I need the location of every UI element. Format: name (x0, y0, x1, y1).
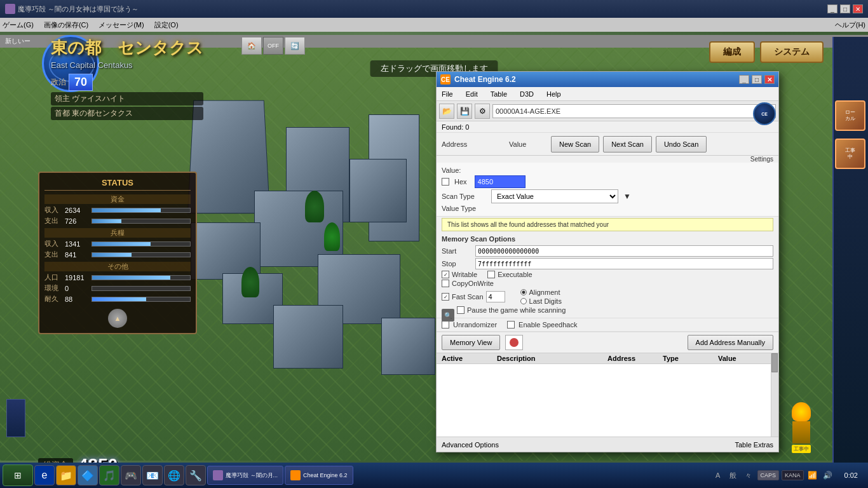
memory-view-button[interactable]: Memory View (442, 335, 500, 350)
game-menu-settings[interactable]: 設定(O) (154, 20, 179, 30)
tb-icon-7[interactable]: 🌐 (164, 465, 184, 485)
ce-hex-checkbox[interactable] (442, 178, 449, 186)
ce-scrollbar[interactable] (771, 353, 778, 437)
ce-fast-scan-checkbox[interactable] (442, 293, 449, 301)
next-scan-button[interactable]: Next Scan (603, 136, 652, 152)
ce-footer: Advanced Options Table Extras (437, 437, 778, 452)
game-close-btn[interactable]: ✕ (853, 4, 863, 13)
ce-minimize-btn[interactable]: _ (739, 75, 749, 84)
ce-table-extras[interactable]: Table Extras (735, 441, 773, 449)
ce-fast-scan-input[interactable] (486, 291, 505, 302)
ce-scan-options: Memory Scan Options Start Stop Writable … (437, 233, 778, 318)
ce-stop-button[interactable] (505, 335, 523, 350)
status-panel: STATUS 資金 収入 2634 支出 726 兵糧 収入 1341 (38, 172, 197, 334)
ce-table-body (437, 364, 778, 415)
durability-row: 耐久 88 (44, 294, 191, 304)
fund-expense-bar (92, 219, 121, 223)
ce-writable-checkbox[interactable] (442, 271, 449, 278)
ce-menu-d3d[interactable]: D3D (517, 89, 536, 99)
game-menu-message[interactable]: メッセージ(M) (98, 20, 144, 30)
local-ation-btn[interactable]: ローカル (835, 100, 865, 131)
system-button[interactable]: システム (760, 41, 824, 63)
game-menu-help[interactable]: ヘルプ(H) (835, 20, 865, 30)
ce-last-digits-radio[interactable] (520, 298, 527, 304)
politics-value: 70 (69, 74, 93, 91)
ce-alignment-radio[interactable] (520, 289, 527, 295)
ce-scan-type-row: Scan Type Exact Value ▼ (442, 189, 773, 203)
city-title-area: 🏠 OFF 🔄 (241, 37, 305, 55)
ce-speedhack-checkbox[interactable] (507, 321, 515, 329)
ce-table-area: Active Description Address Type Value (437, 353, 778, 437)
ce-unrandomizer-group: Unrandomizer (442, 321, 497, 329)
game-maximize-btn[interactable]: □ (840, 4, 850, 13)
city-main-title: 東の都 センタクス (51, 37, 203, 59)
new-scan-button[interactable]: New Scan (551, 136, 599, 152)
ce-menu-file[interactable]: File (439, 89, 456, 99)
ce-open-btn[interactable]: 📂 (439, 104, 454, 119)
ce-maximize-btn[interactable]: □ (752, 75, 762, 84)
durability-bar-bg (92, 297, 191, 302)
tb-icon-4[interactable]: 🎵 (99, 465, 119, 485)
ce-start-input[interactable] (475, 245, 773, 257)
game-menu-game[interactable]: ゲーム(G) (3, 20, 34, 30)
scroll-up-btn[interactable]: ▲ (108, 309, 127, 328)
undo-scan-button[interactable]: Undo Scan (656, 136, 707, 152)
mil-expense-bar (92, 253, 132, 257)
ce-executable-label: Executable (498, 271, 532, 278)
tb-icon-6[interactable]: 📧 (142, 465, 163, 485)
game-minimize-btn[interactable]: _ (827, 4, 837, 13)
add-address-button[interactable]: Add Address Manually (688, 335, 773, 350)
tb-icon-5[interactable]: 🎮 (121, 465, 141, 485)
ce-copy-on-write-row: CopyOnWrite (442, 280, 773, 287)
ce-cow-check-group: CopyOnWrite (442, 280, 494, 287)
ce-stop-row: Stop (442, 258, 773, 269)
nav-icon-3[interactable]: 🔄 (285, 37, 305, 55)
ce-cow-checkbox[interactable] (442, 280, 449, 287)
ce-executable-checkbox[interactable] (487, 271, 495, 278)
ce-title-text: Cheat Engine 6.2 (454, 75, 516, 84)
ce-menu-help[interactable]: Help (544, 89, 564, 99)
ce-extras-row: Unrandomizer Enable Speedhack (437, 318, 778, 332)
ce-pause-label: Pause the game while scanning (467, 306, 566, 314)
body (792, 421, 810, 444)
ce-unrandomizer-label: Unrandomizer (453, 321, 497, 329)
tb-folder-icon[interactable]: 📁 (56, 465, 76, 485)
tree-1 (305, 191, 324, 222)
character-area (6, 399, 44, 450)
ce-stop-input[interactable] (475, 258, 773, 269)
ce-advanced-options[interactable]: Advanced Options (442, 441, 499, 449)
ce-pause-checkbox[interactable] (457, 306, 465, 314)
ce-scrollbar-thumb[interactable] (771, 353, 778, 372)
ce-task-label: Cheat Engine 6.2 (303, 472, 348, 478)
building-8 (273, 305, 343, 369)
ce-menu-edit[interactable]: Edit (463, 89, 480, 99)
ce-menubar: File Edit Table D3D Help (437, 87, 778, 101)
ce-config-btn[interactable]: ⚙ (475, 104, 490, 119)
ce-settings-label[interactable]: Settings (437, 156, 778, 163)
game-menu-image[interactable]: 画像の保存(C) (44, 20, 88, 30)
taskbar-ce-task[interactable]: Cheat Engine 6.2 (285, 466, 353, 485)
nav-icon-2[interactable]: OFF (263, 37, 283, 55)
ce-save-btn[interactable]: 💾 (457, 104, 472, 119)
tree-2 (324, 222, 340, 251)
capital-info: 首都 東の都センタクス (51, 107, 203, 120)
ce-menu-table[interactable]: Table (488, 89, 510, 99)
tb-ie-icon[interactable]: e (34, 465, 55, 485)
start-button[interactable]: ⊞ (3, 464, 33, 486)
construction-btn[interactable]: 工事中 (835, 139, 865, 169)
ce-scan-type-select[interactable]: Exact Value (491, 189, 618, 203)
helmet (792, 402, 811, 421)
ce-value-input[interactable] (475, 175, 526, 188)
mil-income-bar (92, 242, 151, 246)
ce-tooltip: This list shows all the found addresses … (442, 218, 773, 231)
ce-address-input[interactable] (492, 104, 776, 118)
organize-button[interactable]: 編成 (709, 41, 755, 63)
ce-unrandomizer-checkbox[interactable] (442, 321, 449, 329)
game-task-label: 魔導巧殻 ～闇の月... (226, 471, 278, 480)
tb-icon-3[interactable]: 🔷 (78, 465, 98, 485)
ce-close-btn[interactable]: ✕ (764, 75, 775, 84)
lord-value: ヴァイスハイト (72, 94, 125, 103)
nav-icon-1[interactable]: 🏠 (241, 37, 262, 55)
tb-icon-8[interactable]: 🔧 (186, 465, 206, 485)
taskbar-game-task[interactable]: 魔導巧殻 ～闇の月... (207, 466, 283, 485)
